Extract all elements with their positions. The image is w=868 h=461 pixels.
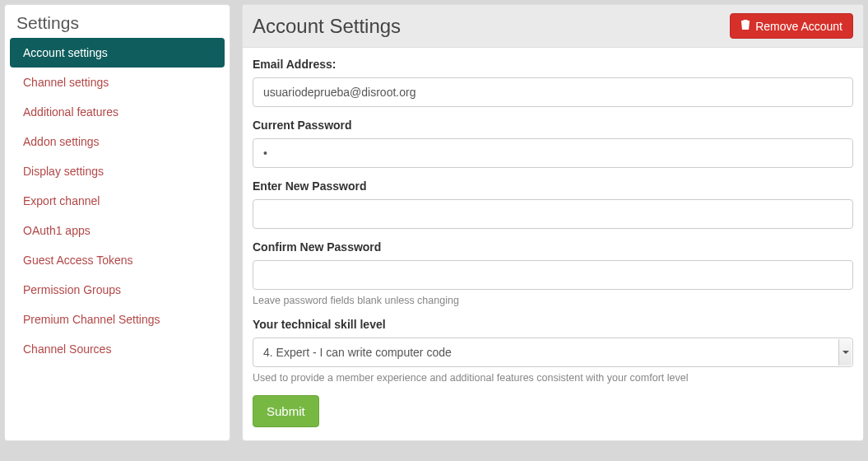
main-header: Account Settings Remove Account (243, 5, 863, 48)
sidebar-title: Settings (5, 5, 230, 38)
current-password-field[interactable] (253, 138, 853, 168)
sidebar-item-label: Channel settings (23, 76, 109, 89)
sidebar-item-label: OAuth1 apps (23, 224, 91, 237)
password-help-text: Leave password fields blank unless chang… (253, 295, 853, 306)
sidebar-item-label: Addon settings (23, 135, 100, 148)
sidebar-item-label: Additional features (23, 105, 118, 119)
skill-help-text: Used to provide a member experience and … (253, 372, 853, 384)
email-field[interactable] (253, 77, 853, 107)
email-label: Email Address: (253, 58, 853, 71)
sidebar-item-premium-channel-settings[interactable]: Premium Channel Settings (10, 305, 225, 334)
sidebar-item-oauth1-apps[interactable]: OAuth1 apps (10, 216, 225, 245)
sidebar-item-addon-settings[interactable]: Addon settings (10, 127, 225, 156)
new-password-field[interactable] (253, 199, 853, 229)
page-title: Account Settings (253, 15, 401, 38)
sidebar-item-label: Account settings (23, 46, 108, 59)
main-panel: Account Settings Remove Account Email Ad… (242, 4, 864, 441)
settings-sidebar: Settings Account settings Channel settin… (4, 4, 230, 441)
new-password-label: Enter New Password (253, 179, 853, 193)
confirm-password-label: Confirm New Password (253, 240, 853, 254)
sidebar-item-display-settings[interactable]: Display settings (10, 156, 225, 186)
sidebar-item-permission-groups[interactable]: Permission Groups (10, 275, 225, 305)
sidebar-item-additional-features[interactable]: Additional features (10, 97, 225, 127)
sidebar-item-label: Premium Channel Settings (23, 313, 160, 326)
sidebar-list: Account settings Channel settings Additi… (5, 38, 230, 369)
sidebar-item-channel-sources[interactable]: Channel Sources (10, 334, 225, 364)
submit-button[interactable]: Submit (253, 395, 319, 427)
sidebar-item-label: Channel Sources (23, 342, 111, 356)
sidebar-item-export-channel[interactable]: Export channel (10, 186, 225, 216)
account-form: Email Address: Current Password Enter Ne… (243, 48, 863, 440)
current-password-label: Current Password (253, 119, 853, 132)
confirm-password-field[interactable] (253, 260, 853, 290)
skill-level-select[interactable]: 4. Expert - I can write computer code (253, 338, 853, 367)
sidebar-item-label: Guest Access Tokens (23, 254, 133, 267)
sidebar-item-label: Export channel (23, 194, 100, 207)
sidebar-item-label: Permission Groups (23, 283, 121, 296)
remove-account-label: Remove Account (755, 20, 842, 33)
skill-level-label: Your technical skill level (253, 318, 853, 331)
submit-label: Submit (267, 404, 305, 418)
sidebar-item-account-settings[interactable]: Account settings (10, 38, 225, 68)
remove-account-button[interactable]: Remove Account (730, 13, 853, 39)
sidebar-item-label: Display settings (23, 165, 104, 178)
sidebar-item-guest-access-tokens[interactable]: Guest Access Tokens (10, 245, 225, 275)
sidebar-item-channel-settings[interactable]: Channel settings (10, 68, 225, 97)
trash-icon (740, 19, 750, 33)
